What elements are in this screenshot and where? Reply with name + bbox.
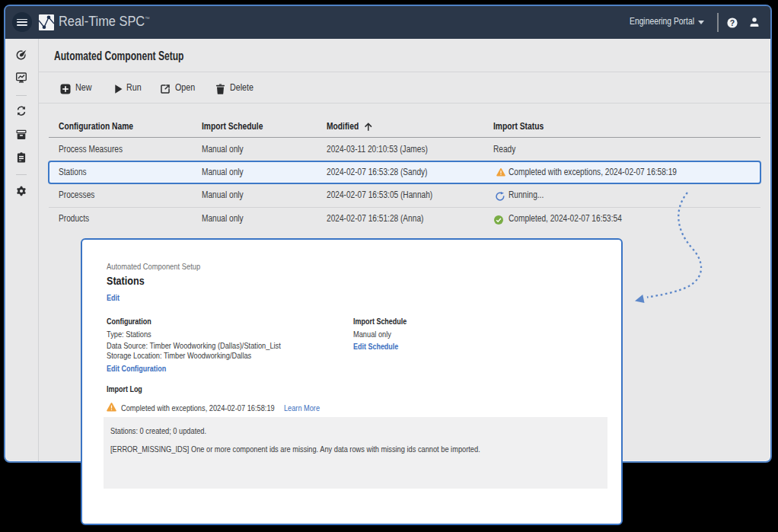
svg-text:?: ?: [730, 18, 735, 27]
